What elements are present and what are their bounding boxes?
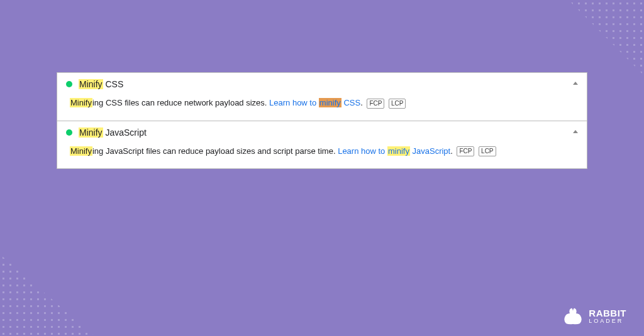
audit-title: Minify CSS — [79, 79, 123, 89]
metric-badge: LCP — [479, 146, 496, 156]
audit-title: Minify JavaScript — [79, 127, 147, 138]
chevron-up-icon[interactable] — [573, 82, 578, 85]
highlight: Minify — [70, 146, 92, 156]
audit-row[interactable]: Minify CSS Minifying CSS files can reduc… — [57, 73, 587, 121]
audit-description: Minifying JavaScript files can reduce pa… — [57, 143, 587, 169]
audit-row[interactable]: Minify JavaScript Minifying JavaScript f… — [57, 121, 587, 169]
highlight: Minify — [70, 98, 92, 107]
chevron-up-icon[interactable] — [573, 130, 578, 133]
brand-name: RABBIT LOADER — [589, 308, 626, 324]
highlight: Minify — [79, 79, 103, 89]
metric-badge: FCP — [367, 99, 384, 109]
audit-panel: Minify CSS Minifying CSS files can reduc… — [57, 72, 587, 169]
highlight: minify — [387, 146, 410, 156]
decorative-dots-top — [569, 0, 644, 75]
audit-header[interactable]: Minify CSS — [57, 73, 587, 94]
audit-description: Minifying CSS files can reduce network p… — [57, 94, 587, 121]
status-pass-icon — [66, 129, 72, 136]
metric-badge: LCP — [389, 99, 406, 109]
learn-more-link[interactable]: Learn how to minify CSS — [269, 98, 360, 107]
status-pass-icon — [66, 81, 72, 87]
decorative-dots-bottom — [0, 254, 94, 336]
highlight: minify — [319, 98, 341, 107]
metric-badge: FCP — [457, 146, 474, 156]
audit-header[interactable]: Minify JavaScript — [57, 121, 587, 143]
learn-more-link[interactable]: Learn how to minify JavaScript — [338, 146, 450, 156]
rabbit-icon — [562, 307, 584, 325]
brand-logo: RABBIT LOADER — [562, 307, 626, 325]
highlight: Minify — [79, 127, 103, 138]
